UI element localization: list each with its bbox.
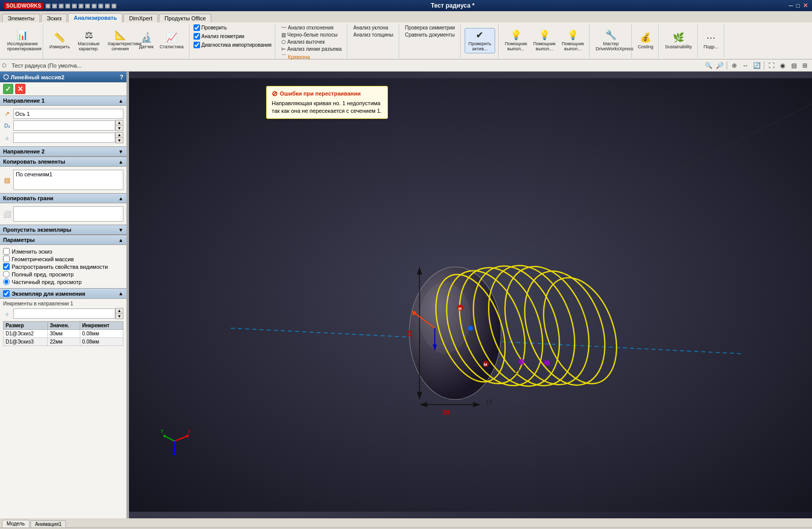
instance-checkbox[interactable] [3, 290, 10, 297]
copy-elements-content: ▤ По сечениям1 [0, 167, 126, 193]
section-btn[interactable]: 📐 Характеристики сечения [106, 28, 135, 53]
check-change-sketch-input[interactable] [3, 248, 10, 255]
instance-value-arrows: ▲ ▼ [115, 308, 123, 319]
symmetry-btn[interactable]: Проверка симметрии [403, 24, 457, 31]
canvas-area[interactable]: ⊘ Ошибки при перестраивании Направляющая… [129, 72, 812, 518]
count-up-arrow[interactable]: ▲ [116, 133, 123, 138]
draft-btn[interactable]: ⬡ Анализ выточек [279, 39, 327, 45]
spacing-spinbox: 6.00мм ▲ ▼ [13, 120, 123, 131]
measure-btn[interactable]: 📏 Измерить [47, 31, 72, 50]
section-icon: 📐 [115, 29, 126, 41]
check-diagnostics[interactable]: Диагностика импортирования [193, 42, 272, 48]
tab-sketch[interactable]: Эскиз [41, 14, 67, 22]
mass-btn[interactable]: ⚖ Массовые характер. [74, 28, 104, 53]
costing-btn[interactable]: 💰 Costing [636, 31, 656, 50]
radio-full-preview-input[interactable] [3, 271, 10, 277]
instance-up-arrow[interactable]: ▲ [116, 308, 123, 314]
rotate-btn[interactable]: 🔄 [752, 60, 762, 71]
tab-elements[interactable]: Элементы [2, 14, 40, 22]
bw-stripes-btn[interactable]: ▥ Черно-белые полосы [279, 32, 340, 38]
tab-dimxpert[interactable]: DimXpert [123, 14, 158, 22]
copy-elements-collapse-icon: ▲ [118, 159, 123, 165]
research-btn[interactable]: 📊 Исследование проектирования [5, 28, 40, 53]
compare-btn[interactable]: Сравнить документы [403, 32, 457, 38]
panel-help-icon[interactable]: ? [120, 74, 123, 81]
copy-elements-header[interactable]: Копировать элементы ▲ [0, 157, 126, 167]
ribbon-group-check-active: ✔ Проверить актив... [462, 23, 499, 58]
curvature-btn[interactable]: ⌒ Кривизна [279, 53, 312, 61]
model-tabs-bar: Модель Анимация1 [0, 518, 812, 527]
params-label: Параметры [3, 237, 35, 243]
check-geom-pattern-input[interactable] [3, 256, 10, 262]
spacing-up-arrow[interactable]: ▲ [116, 120, 123, 126]
direction1-collapse-icon: ▲ [118, 98, 123, 104]
section-view-btn[interactable]: ⊞ [800, 60, 810, 71]
more-btn[interactable]: ⋯ Подр... [702, 31, 721, 50]
sustainability-btn[interactable]: 🌿 Sustainability [663, 31, 694, 50]
deviation-btn[interactable]: 〰 Анализ отклонения [279, 24, 336, 31]
count-arrows: ▲ ▼ [115, 132, 123, 143]
display-btn[interactable]: ◉ [777, 60, 788, 71]
cancel-button[interactable]: ✕ [15, 84, 25, 94]
svg-point-28 [518, 359, 525, 365]
skip-instances-header[interactable]: Пропустить экземпляры ▼ [0, 225, 126, 235]
render-btn[interactable]: ▤ [789, 60, 799, 71]
help1-btn[interactable]: 💡 Помощник выпол... [503, 28, 529, 53]
parting-btn[interactable]: ⊢ Анализ линии разъема [279, 46, 344, 52]
check-geom-pattern: Геометрический массив [3, 256, 123, 262]
copy-faces-header[interactable]: Копировать грани ▲ [0, 193, 126, 203]
check-active-btn[interactable]: ✔ Проверить актив... [465, 28, 495, 53]
help3-btn[interactable]: 💡 Помощник выпол... [560, 28, 586, 53]
ok-button[interactable]: ✓ [3, 84, 13, 94]
feature-icon-bar: ⬡ [2, 63, 7, 68]
sensor-btn[interactable]: 🔬 Датчик [137, 31, 156, 50]
count-down-arrow[interactable]: ▼ [116, 138, 123, 143]
direction1-header[interactable]: Направление 1 ▲ [0, 96, 126, 106]
ribbon-tabs: Элементы Эскиз Анализировать DimXpert Пр… [0, 11, 812, 22]
copy-faces-box[interactable] [13, 206, 123, 222]
svg-text:15: 15 [486, 399, 493, 406]
instance-spinbox: 0.00мм ▲ ▼ [13, 308, 123, 319]
copy-elements-label: Копировать элементы [3, 159, 66, 165]
close-btn[interactable]: ✕ [803, 2, 808, 9]
instance-down-arrow[interactable]: ▼ [116, 314, 123, 319]
fit-btn[interactable]: ⊕ [729, 60, 739, 71]
check-visibility-input[interactable] [3, 263, 10, 270]
spacing-down-arrow[interactable]: ▼ [116, 126, 123, 131]
thickness-btn[interactable]: Анализ толщины [351, 32, 396, 38]
tab-office[interactable]: Продукты Office [159, 14, 211, 22]
radio-partial-preview-input[interactable] [3, 278, 10, 285]
tab-animation1[interactable]: Анимация1 [30, 520, 67, 527]
tab-model[interactable]: Модель [2, 520, 29, 527]
instance-value-input[interactable]: 0.00мм [13, 308, 115, 319]
help2-btn[interactable]: 💡 Помощник выпол... [531, 28, 558, 53]
spacing-input[interactable]: 6.00мм [13, 120, 115, 131]
mass-icon: ⚖ [85, 29, 93, 41]
maximize-btn[interactable]: □ [796, 2, 800, 9]
window-controls[interactable]: ─ □ ✕ [789, 2, 808, 9]
copy-items-box[interactable]: По сечениям1 [13, 170, 123, 190]
toolbar-sep2 [764, 61, 764, 70]
sensor-label: Датчик [139, 44, 154, 49]
count-input[interactable]: 4 [13, 133, 115, 143]
ribbon-group-more-analysis: Анализ уклона Анализ толщины [348, 23, 399, 58]
view-orient-btn[interactable]: ⛶ [766, 60, 776, 71]
slope-btn[interactable]: Анализ уклона [351, 24, 391, 31]
check-geometry[interactable]: Анализ геометрии [193, 33, 245, 40]
help1-icon: 💡 [510, 29, 522, 41]
view-toolbar: ⬡ Тест радиуса (По умолча... 🔍 🔎 ⊕ ↔ 🔄 ⛶… [0, 59, 812, 72]
check-verify[interactable]: Проверить [193, 24, 227, 31]
more-icon: ⋯ [706, 32, 716, 43]
zoom-in-btn[interactable]: 🔍 [703, 60, 713, 71]
minimize-btn[interactable]: ─ [789, 2, 793, 9]
tab-analyze[interactable]: Анализировать [68, 13, 122, 22]
params-header[interactable]: Параметры ▲ [0, 235, 126, 245]
axis-input[interactable] [13, 109, 123, 119]
col-size: Размер [4, 322, 48, 330]
instance-header[interactable]: Экземпляр для изменения ▲ [0, 288, 126, 299]
pan-btn[interactable]: ↔ [740, 60, 751, 71]
zoom-out-btn[interactable]: 🔎 [714, 60, 725, 71]
statistics-btn[interactable]: 📈 Статистика [157, 31, 185, 50]
drive-btn[interactable]: 🔧 Мастер DriveWorksXpress [594, 28, 628, 53]
direction2-header[interactable]: Направление 2 ▼ [0, 146, 126, 157]
